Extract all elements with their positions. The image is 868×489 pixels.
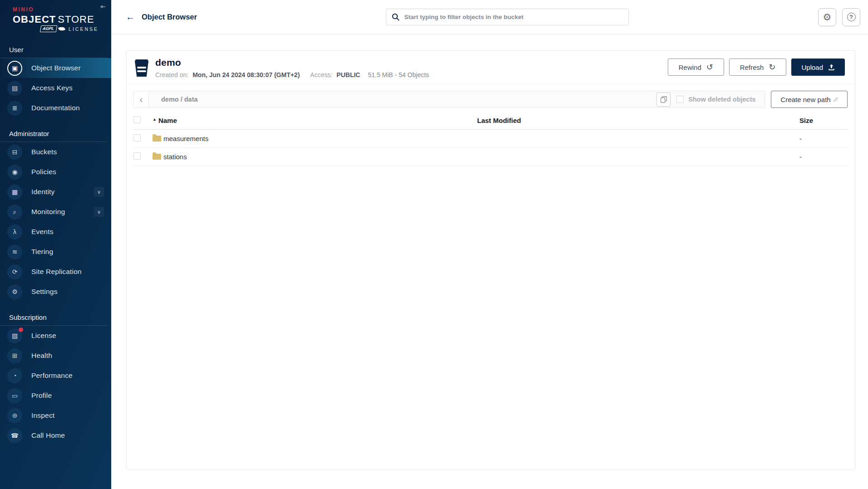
path-box: ‹ demo / data Show deleted objects: [133, 91, 765, 108]
upload-button[interactable]: Upload: [791, 59, 845, 76]
rewind-button[interactable]: Rewind ↺: [668, 59, 724, 76]
site-replication-icon: ⟳: [12, 268, 18, 275]
sidebar-item-identity[interactable]: ▦ Identity ∨: [0, 182, 111, 202]
events-icon: λ: [13, 228, 16, 235]
documentation-icon: ≣: [12, 104, 18, 112]
copy-path-button[interactable]: [656, 93, 671, 107]
sidebar-item-buckets[interactable]: ⊟ Buckets: [0, 142, 111, 162]
select-all-checkbox[interactable]: [133, 116, 141, 123]
show-deleted-checkbox[interactable]: [676, 96, 684, 103]
main-area: ← Object Browser ⚙ ? demo Created: [111, 0, 868, 489]
chevron-left-icon: ‹: [140, 94, 143, 105]
identity-icon: ▦: [12, 188, 18, 196]
bucket-card: demo Created on: Mon, Jun 24 2024 08:30:…: [126, 50, 855, 470]
row-checkbox[interactable]: [133, 134, 141, 142]
sidebar: ⇤ MINIO OBJECTSTORE AGPL LICENSE User ▣ …: [0, 0, 111, 489]
table-row[interactable]: stations -: [133, 147, 848, 166]
sidebar-item-monitoring[interactable]: ⌕ Monitoring ∨: [0, 202, 111, 222]
path-back-button[interactable]: ‹: [134, 91, 149, 108]
size-cell: -: [799, 129, 848, 147]
section-administrator: Administrator: [0, 130, 108, 142]
sidebar-item-call-home[interactable]: ☎ Call Home: [0, 425, 111, 445]
health-icon: ⊞: [12, 352, 18, 359]
column-header-last-modified: Last Modified: [477, 112, 799, 129]
tiering-icon: ≋: [12, 248, 18, 255]
bucket-usage: 51.5 MiB - 54 Objects: [368, 71, 429, 78]
sidebar-item-policies[interactable]: ◉ Policies: [0, 162, 111, 182]
access-keys-icon: ▤: [12, 84, 18, 92]
sidebar-item-health[interactable]: ⊞ Health: [0, 346, 111, 366]
object-name-cell[interactable]: stations: [153, 147, 477, 166]
sidebar-item-profile[interactable]: ▭ Profile: [0, 386, 111, 406]
sidebar-item-tiering[interactable]: ≋ Tiering: [0, 242, 111, 262]
sidebar-item-access-keys[interactable]: ▤ Access Keys: [0, 78, 111, 98]
logo: MINIO OBJECTSTORE: [0, 0, 111, 45]
license-badge-label: LICENSE: [69, 26, 99, 32]
search-input[interactable]: [404, 14, 623, 20]
object-browser-icon: ▣: [12, 64, 18, 72]
license-alert-dot: [19, 328, 23, 332]
sidebar-item-settings[interactable]: ⚙ Settings: [0, 282, 111, 302]
chevron-down-icon: ∨: [97, 189, 101, 195]
object-name-cell[interactable]: measurements: [153, 129, 477, 147]
column-header-size: Size: [799, 112, 848, 129]
show-deleted-label: Show deleted objects: [688, 96, 755, 103]
sidebar-item-events[interactable]: λ Events: [0, 222, 111, 242]
agpl-leaf-icon: [58, 26, 65, 32]
sidebar-item-site-replication[interactable]: ⟳ Site Replication: [0, 262, 111, 282]
bucket-header: demo Created on: Mon, Jun 24 2024 08:30:…: [127, 51, 855, 84]
inspect-icon: ⊜: [12, 412, 18, 419]
profile-icon: ▭: [12, 392, 18, 399]
logo-brand: MINIO: [13, 6, 111, 13]
section-subscription: Subscription: [0, 313, 108, 326]
access-label: Access:: [310, 71, 332, 78]
refresh-icon: ↻: [769, 62, 775, 72]
browser-bar: ‹ demo / data Show deleted objects Creat…: [133, 91, 848, 108]
settings-icon: ⚙: [12, 288, 18, 295]
help-button[interactable]: ?: [842, 8, 860, 26]
chevron-down-icon: ∨: [97, 209, 101, 215]
breadcrumb: demo / data: [161, 96, 198, 103]
object-filter-search: [386, 9, 629, 25]
call-home-icon: ☎: [11, 432, 19, 439]
sidebar-item-license[interactable]: ▧ License: [0, 326, 111, 346]
last-modified-cell: [477, 129, 799, 147]
bucket-meta: Created on: Mon, Jun 24 2024 08:30:07 (G…: [155, 71, 429, 78]
policies-icon: ◉: [12, 168, 17, 176]
sidebar-item-performance[interactable]: ◔ Performance: [0, 366, 111, 386]
gear-icon: ⚙: [823, 12, 832, 23]
license-badge: AGPL LICENSE: [13, 25, 111, 32]
license-icon: ▧: [12, 332, 18, 339]
agpl-logo: AGPL: [40, 25, 58, 32]
copy-icon: [661, 96, 667, 103]
size-cell: -: [799, 147, 848, 166]
back-arrow-icon[interactable]: ←: [126, 12, 135, 22]
rewind-icon: ↺: [706, 62, 713, 72]
create-new-path-button[interactable]: Create new path ∕∕: [771, 91, 848, 108]
sidebar-item-object-browser[interactable]: ▣ Object Browser: [0, 58, 111, 78]
page-title: Object Browser: [142, 13, 197, 21]
settings-button[interactable]: ⚙: [818, 8, 836, 26]
sidebar-item-documentation[interactable]: ≣ Documentation: [0, 98, 111, 118]
search-icon: [392, 13, 399, 21]
objects-table: ▲Name Last Modified Size measurements -: [133, 112, 848, 166]
row-checkbox[interactable]: [133, 152, 141, 160]
created-on-value: Mon, Jun 24 2024 08:30:07 (GMT+2): [192, 71, 300, 78]
column-header-name[interactable]: ▲Name: [153, 112, 477, 129]
minio-console: ⇤ MINIO OBJECTSTORE AGPL LICENSE User ▣ …: [0, 0, 868, 489]
bucket-title: demo: [155, 57, 429, 68]
sidebar-collapse-icon[interactable]: ⇤: [100, 3, 106, 10]
help-icon: ?: [847, 13, 856, 21]
logo-product: OBJECTSTORE: [13, 14, 111, 25]
folder-icon: [153, 136, 161, 142]
buckets-icon: ⊟: [12, 148, 18, 156]
performance-icon: ◔: [13, 372, 16, 379]
upload-icon: [828, 64, 835, 71]
path-icon: ∕∕: [835, 96, 838, 103]
monitoring-icon: ⌕: [13, 208, 17, 216]
sort-ascending-icon: ▲: [153, 117, 157, 122]
refresh-button[interactable]: Refresh ↻: [729, 59, 787, 76]
table-row[interactable]: measurements -: [133, 129, 848, 147]
sidebar-item-inspect[interactable]: ⊜ Inspect: [0, 406, 111, 425]
section-user: User: [0, 46, 108, 58]
